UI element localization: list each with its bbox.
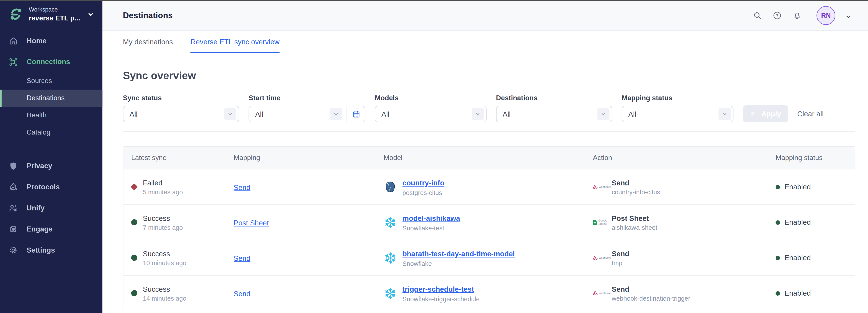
select-value: All xyxy=(381,110,472,118)
mapping-link[interactable]: Send xyxy=(234,183,250,191)
sidebar-item-label: Unify xyxy=(27,204,44,212)
column-action: Action xyxy=(593,154,776,162)
mapping-status-select[interactable]: All xyxy=(622,106,734,122)
action-cell: webhooks Send tmp xyxy=(593,250,776,266)
sidebar-item-home[interactable]: Home xyxy=(0,30,102,52)
sidebar-item-catalog[interactable]: Catalog xyxy=(0,124,102,141)
sidebar-item-health[interactable]: Health xyxy=(0,107,102,124)
main-area: Destinations ? RN xyxy=(102,0,868,313)
sync-status-select[interactable]: All xyxy=(123,106,239,122)
mapping-cell: Send xyxy=(234,253,383,263)
window-top-edge xyxy=(0,0,868,1)
filter-mapping-status: Mapping status All xyxy=(622,94,734,122)
sidebar-subitem-label: Health xyxy=(27,112,46,119)
tab-label: Reverse ETL sync overview xyxy=(191,37,279,45)
apply-button[interactable]: Apply xyxy=(743,105,788,122)
latest-sync-cell: Failed 5 minutes ago xyxy=(131,179,234,195)
destinations-select[interactable]: All xyxy=(496,106,612,122)
top-bar-icons: ? RN xyxy=(752,6,851,25)
clear-all-link[interactable]: Clear all xyxy=(797,109,824,118)
model-cell: trigger-schedule-test Snowflake-trigger-… xyxy=(383,284,593,302)
mapping-link[interactable]: Post Sheet xyxy=(234,218,269,227)
mapping-cell: Send xyxy=(234,182,383,192)
webhooks-logo-icon: webhooks xyxy=(593,255,611,260)
filter-icon xyxy=(750,110,757,117)
success-status-icon xyxy=(131,255,137,261)
action-name-text: Send xyxy=(612,250,629,258)
success-status-icon xyxy=(131,290,137,296)
tab-reverse-etl-sync-overview[interactable]: Reverse ETL sync overview xyxy=(191,31,279,53)
sidebar-subitem-label: Catalog xyxy=(27,129,51,136)
mapping-status-text: Enabled xyxy=(784,254,811,262)
engage-icon xyxy=(8,224,18,234)
mapping-status-text: Enabled xyxy=(784,218,811,226)
mapping-status-cell: Enabled xyxy=(776,218,855,226)
model-link[interactable]: country-info xyxy=(402,179,444,187)
apply-label: Apply xyxy=(761,109,781,118)
shield-icon xyxy=(8,161,18,171)
sidebar-item-engage[interactable]: Engage xyxy=(0,219,102,240)
action-name-text: Send xyxy=(612,179,660,187)
avatar[interactable]: RN xyxy=(816,6,835,25)
snowflake-icon xyxy=(383,251,397,264)
filter-label: Destinations xyxy=(496,94,612,102)
filter-models: Models All xyxy=(375,94,487,122)
help-icon[interactable]: ? xyxy=(772,10,782,20)
column-mapping-status: Mapping status xyxy=(776,154,855,162)
sidebar-item-protocols[interactable]: Protocols xyxy=(0,177,102,197)
enabled-dot-icon xyxy=(776,185,780,189)
workspace-switcher[interactable]: Workspace reverse ETL p... xyxy=(0,0,102,26)
sidebar-item-label: Protocols xyxy=(27,183,60,191)
model-link[interactable]: model-aishikawa xyxy=(402,214,460,223)
sync-time-text: 14 minutes ago xyxy=(143,295,186,302)
filter-actions: Apply Clear all xyxy=(743,105,824,122)
gear-icon xyxy=(8,245,18,255)
sidebar-nav: Home Connections Sources Destinations xyxy=(0,30,102,261)
mapping-status-text: Enabled xyxy=(784,183,811,191)
model-link[interactable]: trigger-schedule-test xyxy=(402,285,474,293)
search-icon[interactable] xyxy=(752,10,763,20)
filter-sync-status: Sync status All xyxy=(123,94,239,122)
sidebar-nav-lower: Privacy Protocols xyxy=(0,155,102,261)
bell-icon[interactable] xyxy=(792,10,802,20)
sidebar-item-destinations[interactable]: Destinations xyxy=(0,90,102,107)
sidebar-item-label: Home xyxy=(27,37,46,45)
sidebar-item-sources[interactable]: Sources xyxy=(0,72,102,90)
webhooks-logo-icon: webhooks xyxy=(593,291,611,295)
action-cell: webhooks Send country-info-citus xyxy=(593,179,776,195)
start-time-select[interactable]: All xyxy=(249,106,365,122)
calendar-icon[interactable] xyxy=(347,106,365,122)
rudderstack-logo-icon xyxy=(8,7,23,22)
filter-label: Models xyxy=(375,94,487,102)
model-link[interactable]: bharath-test-day-and-time-model xyxy=(402,250,515,258)
sidebar-item-connections[interactable]: Connections xyxy=(0,52,102,72)
sidebar-item-settings[interactable]: Settings xyxy=(0,240,102,261)
app-root: Workspace reverse ETL p... Home xyxy=(0,0,868,313)
sync-time-text: 10 minutes ago xyxy=(143,259,186,266)
sidebar-subitem-label: Sources xyxy=(27,77,52,85)
action-name-text: Send xyxy=(612,285,690,293)
chevron-down-icon[interactable] xyxy=(845,12,851,18)
svg-text:?: ? xyxy=(776,13,778,18)
sync-time-text: 5 minutes ago xyxy=(143,188,183,195)
action-cell: webhooks Send webhook-destination-trigge… xyxy=(593,285,776,302)
sync-overview-table: Latest sync Mapping Model Action Mapping… xyxy=(123,146,855,311)
models-select[interactable]: All xyxy=(375,106,487,122)
chevron-down-icon[interactable] xyxy=(87,10,95,18)
chevron-down-icon xyxy=(472,108,484,120)
sidebar-item-privacy[interactable]: Privacy xyxy=(0,155,102,177)
section-heading: Sync overview xyxy=(123,70,855,82)
mapping-link[interactable]: Send xyxy=(234,289,250,298)
mapping-cell: Post Sheet xyxy=(234,217,383,227)
table-header: Latest sync Mapping Model Action Mapping… xyxy=(123,147,855,169)
enabled-dot-icon xyxy=(776,291,780,295)
sync-status-text: Success xyxy=(143,285,186,293)
model-source-text: Snowflake-test xyxy=(402,225,460,231)
postgresql-icon xyxy=(383,180,397,193)
sidebar-item-label: Connections xyxy=(27,58,70,66)
mapping-link[interactable]: Send xyxy=(234,254,250,262)
sidebar-item-unify[interactable]: Unify xyxy=(0,197,102,219)
select-value: All xyxy=(129,110,224,118)
tab-my-destinations[interactable]: My destinations xyxy=(123,31,173,53)
select-value: All xyxy=(628,110,718,118)
